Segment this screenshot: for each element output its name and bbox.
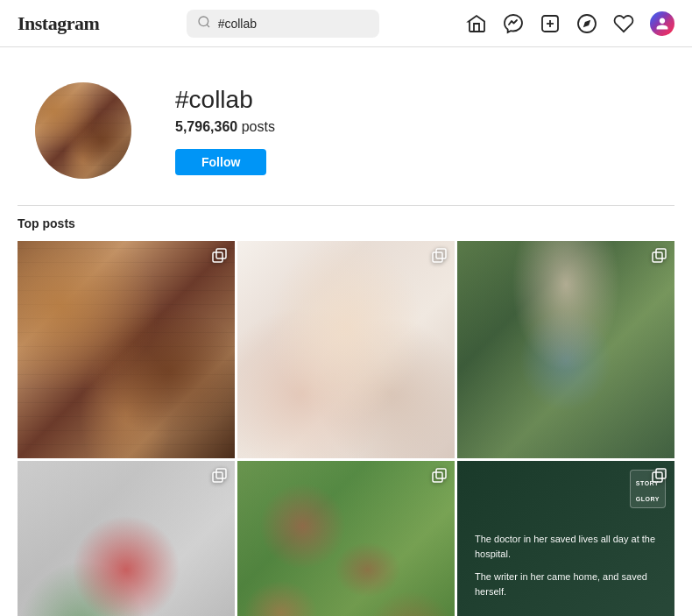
multiple-posts-icon-3 bbox=[652, 248, 667, 267]
multiple-posts-icon bbox=[212, 248, 228, 267]
multiple-posts-icon-5 bbox=[432, 468, 448, 487]
svg-rect-8 bbox=[216, 249, 226, 258]
search-icon bbox=[197, 15, 211, 32]
svg-rect-13 bbox=[213, 472, 222, 482]
post-image-red-dress bbox=[18, 461, 235, 616]
post-image-dark-card: STORYGLORY The doctor in her saved lives… bbox=[457, 461, 674, 616]
svg-rect-18 bbox=[656, 469, 666, 478]
add-post-icon[interactable] bbox=[540, 13, 561, 34]
multiple-posts-icon-4 bbox=[212, 468, 228, 487]
post-image-floral bbox=[237, 461, 455, 616]
search-input[interactable] bbox=[218, 17, 369, 31]
grid-item-dark-card[interactable]: STORYGLORY The doctor in her saved lives… bbox=[457, 461, 674, 616]
dark-card-line1: The doctor in her saved lives all day at… bbox=[475, 532, 657, 561]
svg-rect-10 bbox=[436, 249, 446, 258]
profile-section: #collab 5,796,360 posts Follow bbox=[0, 47, 692, 205]
svg-rect-14 bbox=[216, 469, 226, 478]
home-icon[interactable] bbox=[466, 13, 487, 34]
follow-button[interactable]: Follow bbox=[175, 149, 266, 175]
svg-rect-15 bbox=[433, 472, 442, 482]
header-nav bbox=[466, 11, 674, 36]
profile-info: #collab 5,796,360 posts Follow bbox=[175, 86, 275, 175]
post-image-woman bbox=[457, 241, 674, 458]
user-avatar[interactable] bbox=[650, 11, 674, 36]
header: Instagram bbox=[0, 0, 692, 47]
svg-point-0 bbox=[199, 17, 208, 26]
post-image-food bbox=[18, 241, 235, 458]
svg-rect-17 bbox=[653, 472, 662, 482]
svg-rect-16 bbox=[436, 469, 446, 478]
heart-icon[interactable] bbox=[613, 13, 634, 34]
grid-item-baby[interactable] bbox=[237, 241, 455, 458]
grid-item-food[interactable] bbox=[18, 241, 235, 458]
post-image-baby bbox=[237, 241, 455, 458]
svg-rect-11 bbox=[653, 252, 662, 262]
content-area: Top posts bbox=[0, 206, 692, 616]
grid-item-woman[interactable] bbox=[457, 241, 674, 458]
profile-posts-count: 5,796,360 posts bbox=[175, 119, 275, 135]
svg-rect-7 bbox=[213, 252, 222, 262]
svg-marker-6 bbox=[583, 19, 590, 26]
profile-avatar bbox=[35, 82, 131, 179]
multiple-posts-icon-2 bbox=[432, 248, 448, 267]
explore-icon[interactable] bbox=[576, 13, 597, 34]
top-posts-label: Top posts bbox=[0, 206, 692, 241]
grid-item-floral[interactable] bbox=[237, 461, 455, 616]
multiple-posts-icon-6 bbox=[652, 468, 667, 487]
svg-line-1 bbox=[207, 25, 209, 27]
svg-rect-12 bbox=[656, 249, 666, 258]
profile-hashtag: #collab bbox=[175, 86, 275, 114]
svg-rect-9 bbox=[433, 252, 442, 262]
dark-card-line2: The writer in her came home, and saved h… bbox=[475, 570, 657, 598]
instagram-logo: Instagram bbox=[18, 12, 99, 35]
posts-grid: STORYGLORY The doctor in her saved lives… bbox=[0, 241, 692, 616]
grid-item-red-dress[interactable] bbox=[18, 461, 235, 616]
messenger-icon[interactable] bbox=[503, 13, 524, 34]
search-bar[interactable] bbox=[187, 10, 379, 38]
